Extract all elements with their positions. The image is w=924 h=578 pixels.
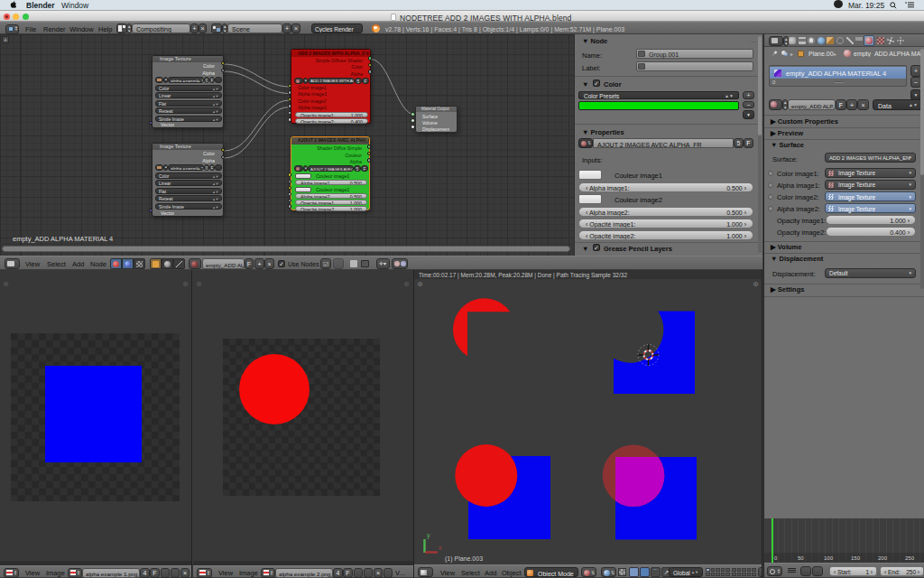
svg-text:x: x <box>439 545 442 551</box>
svg-text:y: y <box>427 532 430 539</box>
